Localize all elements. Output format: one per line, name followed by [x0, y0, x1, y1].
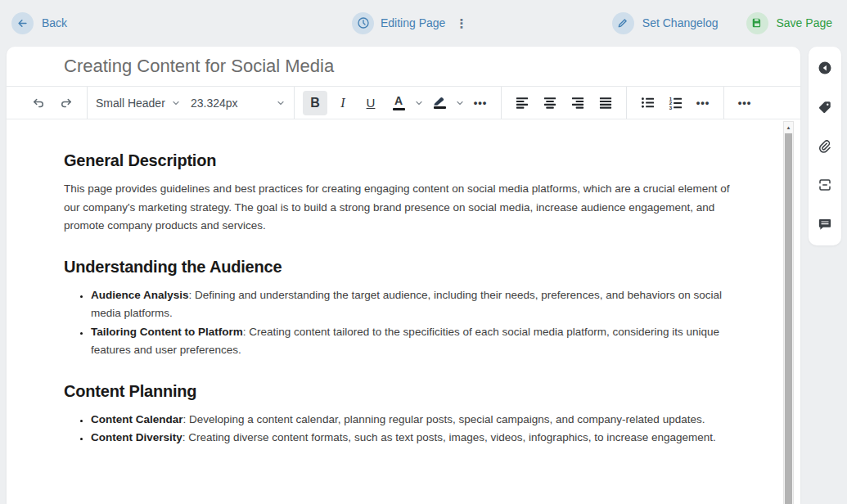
text-style-select[interactable]: Small Header	[96, 91, 181, 115]
list-item: Content Calendar: Developing a content c…	[91, 411, 730, 430]
highlight-swatch-bar	[434, 106, 446, 109]
editing-page-label: Editing Page	[381, 16, 445, 29]
highlight-button[interactable]	[427, 91, 452, 115]
back-button[interactable]: Back	[11, 12, 67, 34]
numbered-list-button[interactable]: 123	[663, 91, 687, 115]
page-summary-icon[interactable]	[817, 177, 833, 193]
section-heading: Understanding the Audience	[64, 255, 730, 278]
comments-icon[interactable]	[817, 216, 833, 232]
bullet-list: Audience Analysis: Defining and understa…	[64, 286, 730, 360]
more-formatting-button[interactable]: •••	[468, 91, 493, 115]
more-list-options-button[interactable]: •••	[691, 91, 715, 115]
svg-text:3: 3	[669, 106, 672, 110]
scroll-up-button[interactable]: ▲	[784, 122, 793, 133]
undo-button[interactable]	[26, 91, 51, 115]
scrollbar-thumb[interactable]	[785, 133, 792, 504]
chevron-down-icon[interactable]	[414, 98, 424, 108]
chevron-down-icon[interactable]	[455, 98, 465, 108]
chevron-down-icon	[276, 98, 286, 108]
align-center-button[interactable]	[538, 91, 562, 115]
back-label: Back	[42, 16, 67, 29]
title-row: Creating Content for Social Media	[7, 47, 800, 87]
editor-panel: Creating Content for Social Media Small …	[7, 47, 800, 504]
back-arrow-icon	[11, 12, 34, 34]
editor-toolbar: Small Header 23.324px B I U A	[7, 87, 800, 119]
document-editor[interactable]: General Description This page provides g…	[7, 121, 800, 504]
clock-icon	[352, 12, 374, 34]
page-title-input[interactable]: Creating Content for Social Media	[64, 56, 334, 77]
top-bar: Back Editing Page ⋮ Set Changelog Save P…	[0, 0, 847, 46]
list-item: Content Diversity: Creating diverse cont…	[91, 429, 730, 448]
align-justify-button[interactable]	[593, 91, 618, 115]
italic-button[interactable]: I	[331, 91, 355, 115]
bullet-list: Content Calendar: Developing a content c…	[64, 411, 730, 448]
text-color-button[interactable]: A	[386, 91, 411, 115]
bold-button[interactable]: B	[303, 91, 327, 115]
page-menu-dots-icon[interactable]: ⋮	[455, 17, 467, 29]
collapse-panel-icon[interactable]	[817, 60, 833, 76]
underline-button[interactable]: U	[358, 91, 383, 115]
set-changelog-label: Set Changelog	[642, 16, 719, 29]
color-swatch-bar	[393, 108, 405, 110]
attachment-icon[interactable]	[817, 138, 833, 155]
right-side-rail	[809, 47, 841, 245]
save-icon	[746, 12, 768, 34]
set-changelog-button[interactable]: Set Changelog	[612, 12, 719, 34]
list-item: Audience Analysis: Defining and understa…	[91, 286, 730, 323]
save-page-button[interactable]: Save Page	[746, 12, 833, 34]
save-page-label: Save Page	[777, 16, 833, 29]
pencil-icon	[612, 12, 634, 34]
section-heading: Content Planning	[64, 380, 730, 403]
more-tools-button[interactable]: •••	[732, 91, 757, 115]
tags-icon[interactable]	[817, 99, 833, 115]
section-paragraph: This page provides guidelines and best p…	[64, 180, 730, 236]
align-right-button[interactable]	[565, 91, 590, 115]
align-left-button[interactable]	[510, 91, 534, 115]
section-heading: General Description	[64, 149, 730, 172]
chevron-down-icon	[171, 98, 181, 108]
list-item: Tailoring Content to Platform: Creating …	[91, 323, 730, 360]
redo-button[interactable]	[54, 91, 79, 115]
content-scrollbar[interactable]: ▲	[783, 121, 794, 504]
font-size-select[interactable]: 23.324px	[191, 91, 286, 115]
bullet-list-button[interactable]	[635, 91, 660, 115]
